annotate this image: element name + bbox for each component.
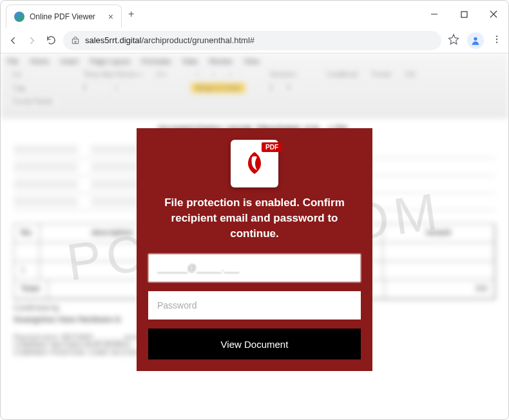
close-window-button[interactable] <box>479 1 508 28</box>
svg-point-6 <box>496 38 497 39</box>
titlebar: Online PDF Viewer × + <box>1 1 508 28</box>
url-field[interactable]: sales5rrt.digital/archiproduct/grunentha… <box>63 31 441 50</box>
pdf-icon: PDF <box>231 140 278 187</box>
site-info-icon <box>71 36 80 45</box>
svg-rect-1 <box>461 12 467 17</box>
menu-icon[interactable] <box>492 34 502 47</box>
pdf-badge: PDF <box>262 142 282 152</box>
tab-close-icon[interactable]: × <box>108 12 113 22</box>
forward-button[interactable] <box>26 35 38 46</box>
view-document-button[interactable]: View Document <box>148 329 361 359</box>
modal-message: File protection is enabled. Confirm reci… <box>148 195 361 241</box>
maximize-button[interactable] <box>449 1 479 28</box>
minimize-button[interactable] <box>419 1 449 28</box>
url-text: sales5rrt.digital/archiproduct/grunentha… <box>85 35 254 45</box>
address-bar: sales5rrt.digital/archiproduct/grunentha… <box>1 28 508 53</box>
email-field[interactable] <box>148 254 361 282</box>
browser-tab[interactable]: Online PDF Viewer × <box>6 5 122 28</box>
bookmark-icon[interactable] <box>448 33 459 48</box>
svg-point-5 <box>496 35 497 37</box>
window-controls <box>419 1 508 28</box>
reload-button[interactable] <box>46 35 57 46</box>
svg-point-4 <box>474 37 477 40</box>
favicon <box>14 12 24 22</box>
tab-title: Online PDF Viewer <box>30 12 103 21</box>
profile-avatar[interactable] <box>467 32 484 49</box>
page-content: FileHomeInsertPage LayoutFormulasDataRev… <box>1 53 508 420</box>
new-tab-button[interactable]: + <box>128 8 134 20</box>
back-button[interactable] <box>7 35 19 46</box>
password-field[interactable] <box>148 291 361 320</box>
svg-point-7 <box>496 41 497 43</box>
credential-modal: PDF File protection is enabled. Confirm … <box>137 128 372 371</box>
